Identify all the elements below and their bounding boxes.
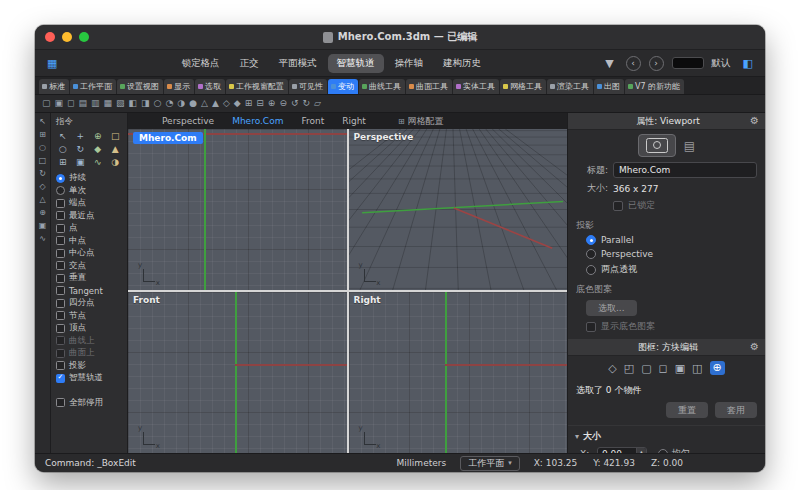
tool-icon[interactable]: ▢	[42, 99, 51, 108]
shape-tool-icon[interactable]: ◻	[659, 363, 668, 374]
tool-icon[interactable]: ⊕	[90, 131, 106, 142]
ribbon-tab[interactable]: 变动	[328, 79, 358, 94]
ribbon-tab[interactable]: 设置视图	[117, 79, 163, 94]
tool-icon[interactable]: ↻	[73, 144, 89, 155]
tool-icon[interactable]: ⊕	[39, 209, 46, 217]
tool-icon[interactable]: ◑	[177, 99, 185, 108]
tool-icon[interactable]: ○	[39, 144, 46, 152]
viewport-label[interactable]: Right	[354, 295, 381, 305]
tool-icon[interactable]: ▣	[55, 99, 64, 108]
viewport-properties-tab[interactable]	[638, 134, 676, 157]
tool-icon[interactable]: ⊖	[279, 99, 287, 108]
tool-icon[interactable]: ↖	[39, 118, 46, 126]
cplane-dropdown[interactable]: 工作平面 ▾	[460, 456, 520, 471]
viewport-label[interactable]: Perspective	[354, 132, 414, 142]
osnap-toggle[interactable]: 垂直	[51, 272, 127, 285]
tool-icon[interactable]: +	[73, 131, 89, 142]
shape-tool-icon[interactable]: ▣	[675, 363, 685, 374]
nav-back-icon[interactable]: ‹	[626, 56, 641, 71]
tool-icon[interactable]: □	[39, 157, 47, 165]
ribbon-tab[interactable]: 显示	[164, 79, 194, 94]
tool-icon[interactable]: ▲	[108, 144, 124, 155]
tool-icon[interactable]: ◆	[90, 144, 106, 155]
tool-icon[interactable]: □	[108, 131, 124, 142]
color-swatch[interactable]	[672, 57, 704, 69]
ribbon-tab[interactable]: 工作平面	[70, 79, 116, 94]
viewport-title-input[interactable]	[613, 162, 757, 178]
ribbon-tab[interactable]: 曲线工具	[359, 79, 405, 94]
ribbon-tab[interactable]: 网格工具	[500, 79, 546, 94]
toolbar-button[interactable]: 操作轴	[386, 54, 433, 73]
tool-icon[interactable]: ⊟	[256, 99, 264, 108]
osnap-toggle[interactable]: 点	[51, 222, 127, 235]
ribbon-tab[interactable]: 标准	[39, 79, 69, 94]
tool-icon[interactable]: ◑	[108, 157, 124, 168]
zoom-button[interactable]	[79, 32, 89, 42]
osnap-toggle[interactable]: 顶点	[51, 322, 127, 335]
projection-option[interactable]: Parallel	[568, 233, 765, 247]
viewport-tab[interactable]: Right	[334, 115, 374, 127]
toolbar-button[interactable]: 建构历史	[434, 54, 490, 73]
viewport-label[interactable]: Mhero.Com	[133, 132, 203, 144]
osnap-toggle[interactable]: 节点	[51, 310, 127, 323]
viewport-tab[interactable]: Mhero.Com	[224, 115, 291, 127]
ribbon-tab[interactable]: 出图	[594, 79, 624, 94]
tool-icon[interactable]: ◇	[39, 183, 45, 191]
viewport-tab[interactable]: ⊞ 网格配置	[390, 114, 452, 129]
ribbon-tab[interactable]: 可见性	[289, 79, 327, 94]
osnap-toggle[interactable]: 智慧轨道	[51, 372, 127, 385]
osnap-toggle[interactable]: 交点	[51, 260, 127, 273]
tool-icon[interactable]: ▥	[91, 99, 100, 108]
ribbon-tab[interactable]: 选取	[195, 79, 225, 94]
tool-icon[interactable]: ◧	[129, 99, 138, 108]
boxedit-button[interactable]: 套用	[715, 402, 757, 418]
tool-icon[interactable]: ◻	[67, 99, 74, 108]
osnap-toggle[interactable]: 中点	[51, 235, 127, 248]
tool-icon[interactable]: ∿	[90, 157, 106, 168]
tool-icon[interactable]: ◆	[234, 99, 241, 108]
viewport-label[interactable]: Front	[133, 295, 160, 305]
osnap-toggle[interactable]: 曲面上	[51, 347, 127, 360]
nav-forward-icon[interactable]: ›	[649, 56, 664, 71]
viewport-front[interactable]: Front yx	[128, 292, 347, 453]
ribbon-tab[interactable]: 工作视窗配置	[226, 79, 288, 94]
gumball-icon[interactable]: ⊕	[710, 361, 725, 375]
ribbon-tab[interactable]: 实体工具	[453, 79, 499, 94]
viewport-tab[interactable]: Perspective	[154, 115, 222, 127]
viewport-right[interactable]: Right yx	[349, 292, 568, 453]
osnap-toggle[interactable]: 曲线上	[51, 335, 127, 348]
osnap-toggle[interactable]: 投影	[51, 360, 127, 373]
tool-icon[interactable]: ◨	[141, 99, 150, 108]
toolbar-button[interactable]: 锁定格点	[173, 54, 229, 73]
locked-checkbox[interactable]	[613, 201, 623, 211]
filter-icon[interactable]: ▼	[601, 56, 617, 71]
tool-icon[interactable]: △	[39, 196, 45, 204]
viewport-mhero[interactable]: Mhero.Com yx	[128, 129, 347, 290]
command-line[interactable]: Command: _BoxEdit	[45, 458, 136, 468]
tool-icon[interactable]: ◔	[165, 99, 173, 108]
tool-icon[interactable]: ▱	[314, 99, 321, 108]
tool-icon[interactable]: ⊞	[39, 131, 46, 139]
ribbon-tab[interactable]: 曲面工具	[406, 79, 452, 94]
osnap-toggle[interactable]: 四分点	[51, 297, 127, 310]
shape-tool-icon[interactable]: ◰	[624, 363, 634, 374]
tool-icon[interactable]: ▦	[104, 99, 113, 108]
tool-icon[interactable]: ▤	[79, 99, 88, 108]
tool-icon[interactable]: ○	[55, 144, 71, 155]
wallpaper-select-button[interactable]: 选取...	[586, 300, 637, 316]
tool-icon[interactable]: ⊞	[245, 99, 253, 108]
gear-icon[interactable]: ⚙	[750, 342, 759, 352]
size-section-header[interactable]: ▾ 大小	[568, 425, 765, 445]
boxedit-button[interactable]: 重置	[666, 402, 708, 418]
tool-icon[interactable]: ▧	[116, 99, 125, 108]
tool-icon[interactable]: ↖	[55, 131, 71, 142]
shape-tool-icon[interactable]: ▢	[641, 363, 651, 374]
osnap-toggle[interactable]: 中心点	[51, 247, 127, 260]
tool-icon[interactable]: ◇	[223, 99, 230, 108]
projection-option[interactable]: Perspective	[568, 247, 765, 261]
units-label[interactable]: Millimeters	[397, 458, 447, 468]
gear-icon[interactable]: ⚙	[750, 116, 759, 126]
tool-icon[interactable]: ∿	[39, 235, 46, 243]
toolbar-button[interactable]: 平面模式	[270, 54, 326, 73]
tool-icon[interactable]: ↺	[291, 99, 299, 108]
